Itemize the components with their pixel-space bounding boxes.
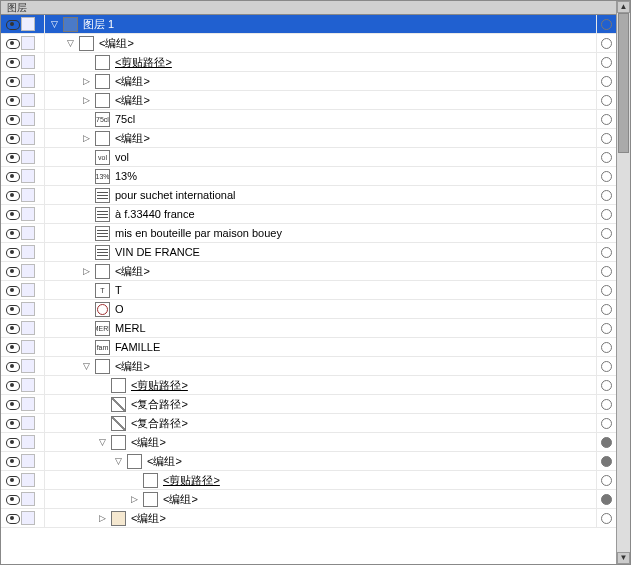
layer-row[interactable]: ▷<编组> <box>1 509 616 528</box>
layer-label[interactable]: à f.33440 france <box>115 208 195 220</box>
target-ring-icon[interactable] <box>601 152 612 163</box>
visibility-eye-icon[interactable] <box>5 456 19 466</box>
layer-row[interactable]: ▽<编组> <box>1 452 616 471</box>
lock-slot[interactable] <box>21 245 35 259</box>
visibility-eye-icon[interactable] <box>5 171 19 181</box>
target-ring-icon[interactable] <box>601 209 612 220</box>
lock-slot[interactable] <box>21 36 35 50</box>
visibility-eye-icon[interactable] <box>5 76 19 86</box>
target-ring-icon[interactable] <box>601 418 612 429</box>
chevron-right-icon[interactable]: ▷ <box>81 76 92 87</box>
visibility-eye-icon[interactable] <box>5 437 19 447</box>
layer-thumbnail[interactable] <box>111 435 126 450</box>
visibility-eye-icon[interactable] <box>5 190 19 200</box>
layer-row[interactable]: ▷<编组> <box>1 91 616 110</box>
layer-thumbnail[interactable] <box>95 93 110 108</box>
layer-thumbnail[interactable] <box>95 188 110 203</box>
layer-label[interactable]: <编组> <box>163 492 198 507</box>
layer-label[interactable]: <编组> <box>115 74 150 89</box>
target-ring-icon[interactable] <box>601 380 612 391</box>
layer-row[interactable]: ▷75cl75cl <box>1 110 616 129</box>
layer-row[interactable]: ▷<编组> <box>1 490 616 509</box>
lock-slot[interactable] <box>21 302 35 316</box>
layer-row[interactable]: ▷<复合路径> <box>1 414 616 433</box>
chevron-down-icon[interactable]: ▽ <box>65 38 76 49</box>
chevron-down-icon[interactable]: ▽ <box>97 437 108 448</box>
layer-row[interactable]: ▽图层 1 <box>1 15 616 34</box>
layer-thumbnail[interactable] <box>127 454 142 469</box>
visibility-eye-icon[interactable] <box>5 418 19 428</box>
layer-label[interactable]: <编组> <box>147 454 182 469</box>
visibility-eye-icon[interactable] <box>5 342 19 352</box>
visibility-eye-icon[interactable] <box>5 304 19 314</box>
visibility-eye-icon[interactable] <box>5 399 19 409</box>
visibility-eye-icon[interactable] <box>5 114 19 124</box>
layer-thumbnail[interactable] <box>111 397 126 412</box>
layer-row[interactable]: ▽<编组> <box>1 357 616 376</box>
visibility-eye-icon[interactable] <box>5 38 19 48</box>
layer-thumbnail[interactable] <box>95 359 110 374</box>
layer-row[interactable]: ▷<剪贴路径> <box>1 376 616 395</box>
layer-label[interactable]: <编组> <box>115 359 150 374</box>
visibility-eye-icon[interactable] <box>5 152 19 162</box>
layer-row[interactable]: ▷<复合路径> <box>1 395 616 414</box>
lock-slot[interactable] <box>21 131 35 145</box>
chevron-right-icon[interactable]: ▷ <box>81 95 92 106</box>
layer-thumbnail[interactable] <box>95 264 110 279</box>
layer-label[interactable]: <编组> <box>115 131 150 146</box>
layer-label[interactable]: 75cl <box>115 113 135 125</box>
target-ring-icon[interactable] <box>601 513 612 524</box>
target-ring-icon[interactable] <box>601 247 612 258</box>
layer-row[interactable]: ▷à f.33440 france <box>1 205 616 224</box>
target-ring-icon[interactable] <box>601 266 612 277</box>
target-ring-icon[interactable] <box>601 342 612 353</box>
layer-label[interactable]: O <box>115 303 124 315</box>
lock-slot[interactable] <box>21 454 35 468</box>
lock-slot[interactable] <box>21 397 35 411</box>
layer-row[interactable]: ▷famFAMILLE <box>1 338 616 357</box>
vertical-scrollbar[interactable]: ▲ ▼ <box>616 1 630 564</box>
layer-thumbnail[interactable]: fam <box>95 340 110 355</box>
visibility-eye-icon[interactable] <box>5 247 19 257</box>
chevron-down-icon[interactable]: ▽ <box>113 456 124 467</box>
visibility-eye-icon[interactable] <box>5 323 19 333</box>
layer-thumbnail[interactable]: MERL <box>95 321 110 336</box>
visibility-eye-icon[interactable] <box>5 209 19 219</box>
target-ring-icon[interactable] <box>601 114 612 125</box>
target-ring-icon[interactable] <box>601 361 612 372</box>
visibility-eye-icon[interactable] <box>5 513 19 523</box>
target-ring-icon[interactable] <box>601 171 612 182</box>
layer-thumbnail[interactable] <box>63 17 78 32</box>
layer-label[interactable]: mis en bouteille par maison bouey <box>115 227 282 239</box>
target-ring-icon[interactable] <box>601 57 612 68</box>
layer-thumbnail[interactable] <box>95 74 110 89</box>
target-ring-icon[interactable] <box>601 95 612 106</box>
layer-label[interactable]: 13% <box>115 170 137 182</box>
visibility-eye-icon[interactable] <box>5 19 19 29</box>
chevron-down-icon[interactable]: ▽ <box>81 361 92 372</box>
layer-row[interactable]: ▽<编组> <box>1 433 616 452</box>
scroll-down-button[interactable]: ▼ <box>617 552 630 564</box>
layer-row[interactable]: ▷<剪贴路径> <box>1 53 616 72</box>
layer-row[interactable]: ▷<编组> <box>1 129 616 148</box>
layer-row[interactable]: ▽<编组> <box>1 34 616 53</box>
layer-label[interactable]: 图层 1 <box>83 17 114 32</box>
layer-thumbnail[interactable] <box>95 302 110 317</box>
lock-slot[interactable] <box>21 17 35 31</box>
target-ring-icon[interactable] <box>601 38 612 49</box>
lock-slot[interactable] <box>21 55 35 69</box>
lock-slot[interactable] <box>21 435 35 449</box>
target-ring-icon[interactable] <box>601 399 612 410</box>
layer-label[interactable]: <复合路径> <box>131 416 188 431</box>
layer-row[interactable]: ▷volvol <box>1 148 616 167</box>
target-ring-icon[interactable] <box>601 304 612 315</box>
target-ring-icon[interactable] <box>601 475 612 486</box>
target-ring-icon[interactable] <box>601 190 612 201</box>
layer-row[interactable]: ▷13%13% <box>1 167 616 186</box>
layer-row[interactable]: ▷<编组> <box>1 72 616 91</box>
layer-row[interactable]: ▷O <box>1 300 616 319</box>
target-ring-icon[interactable] <box>601 285 612 296</box>
layer-row[interactable]: ▷VIN DE FRANCE <box>1 243 616 262</box>
scroll-up-button[interactable]: ▲ <box>617 1 630 13</box>
layer-label[interactable]: VIN DE FRANCE <box>115 246 200 258</box>
